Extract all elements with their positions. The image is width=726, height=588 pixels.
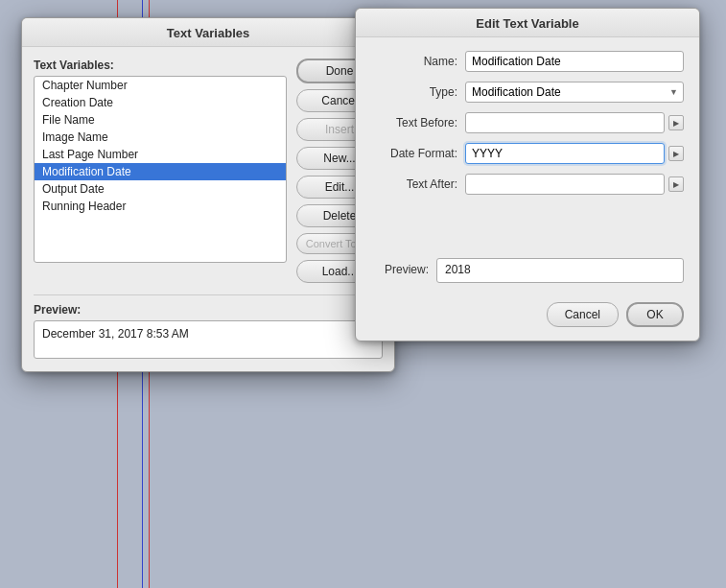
text-after-label: Text After: <box>371 177 457 191</box>
preview-section: Preview: December 31, 2017 8:53 AM <box>22 303 394 370</box>
etv-preview-box: 2018 <box>436 258 684 283</box>
text-after-row: Text After: ▶ <box>371 174 684 195</box>
text-after-input[interactable] <box>465 174 665 195</box>
edit-text-variable-title: Edit Text Variable <box>356 9 699 37</box>
spacer <box>356 216 699 245</box>
divider <box>34 294 383 295</box>
text-before-arrow-button[interactable]: ▶ <box>668 115 684 130</box>
list-item[interactable]: Chapter Number <box>35 77 286 94</box>
text-variables-dialog: Text Variables Text Variables: Chapter N… <box>21 17 395 372</box>
etv-footer: Cancel OK <box>356 294 699 341</box>
list-item[interactable]: Last Page Number <box>35 146 286 163</box>
type-select-wrapper: Modification Date Creation Date Output D… <box>465 82 684 103</box>
name-row: Name: <box>371 51 684 72</box>
edit-text-variable-dialog: Edit Text Variable Name: Type: Modificat… <box>355 8 700 341</box>
list-item[interactable]: Image Name <box>35 129 286 146</box>
preview-box: December 31, 2017 8:53 AM <box>34 320 383 359</box>
etv-preview-area: Preview: 2018 <box>371 258 684 283</box>
name-label: Name: <box>371 55 457 68</box>
list-item[interactable]: Creation Date <box>35 94 286 111</box>
list-item[interactable]: Output Date <box>35 180 286 198</box>
text-variables-list[interactable]: Chapter Number Creation Date File Name I… <box>34 76 287 263</box>
date-format-label: Date Format: <box>371 147 457 160</box>
name-input[interactable] <box>465 51 684 72</box>
date-format-row: Date Format: ▶ <box>371 143 684 164</box>
type-select[interactable]: Modification Date Creation Date Output D… <box>465 82 684 103</box>
text-before-input-wrapper: ▶ <box>465 112 684 133</box>
text-before-label: Text Before: <box>371 116 457 129</box>
date-format-input[interactable] <box>465 143 665 164</box>
text-before-input[interactable] <box>465 112 665 133</box>
text-after-arrow-button[interactable]: ▶ <box>668 176 684 192</box>
etv-preview-label: Preview: <box>371 263 429 276</box>
text-variables-section-label: Text Variables: <box>34 59 287 72</box>
list-item[interactable]: Running Header <box>35 198 286 215</box>
text-variables-dialog-title: Text Variables <box>22 18 394 47</box>
text-after-input-wrapper: ▶ <box>465 174 684 195</box>
date-format-input-wrapper: ▶ <box>465 143 684 164</box>
etv-body: Name: Type: Modification Date Creation D… <box>356 37 699 216</box>
etv-cancel-button[interactable]: Cancel <box>547 302 619 327</box>
list-item-modification-date[interactable]: Modification Date <box>35 163 286 180</box>
date-format-arrow-button[interactable]: ▶ <box>668 146 684 161</box>
text-variables-left-panel: Text Variables: Chapter Number Creation … <box>34 59 287 283</box>
text-before-row: Text Before: ▶ <box>371 112 684 133</box>
etv-ok-button[interactable]: OK <box>626 302 684 327</box>
text-variables-body: Text Variables: Chapter Number Creation … <box>22 47 394 294</box>
preview-label: Preview: <box>34 303 383 317</box>
list-item[interactable]: File Name <box>35 111 286 129</box>
type-label: Type: <box>371 85 457 99</box>
type-row: Type: Modification Date Creation Date Ou… <box>371 82 684 103</box>
